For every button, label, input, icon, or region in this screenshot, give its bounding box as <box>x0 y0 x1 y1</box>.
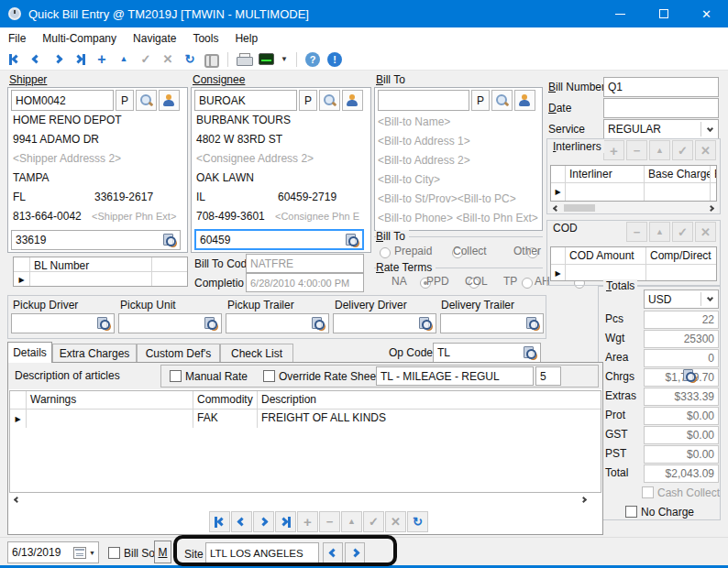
tab-custom-defs[interactable]: Custom Def's <box>137 344 220 363</box>
next-record-button[interactable] <box>48 50 68 69</box>
comp-direct-cell[interactable] <box>646 265 716 281</box>
lookup-icon[interactable] <box>419 317 432 330</box>
interliner-delete-button[interactable]: − <box>626 140 647 160</box>
maximize-button[interactable] <box>642 0 685 27</box>
rate-qty-input[interactable]: 5 <box>535 366 561 386</box>
detail-last-button[interactable] <box>275 511 296 532</box>
cod-amount-column-header[interactable]: COD Amount <box>566 247 646 264</box>
shipper-customer-button[interactable] <box>159 90 180 111</box>
commodity-column-header[interactable]: Commodity <box>193 391 258 409</box>
post-button[interactable]: ▲ <box>114 50 134 69</box>
commodity-cell[interactable]: FAK <box>193 410 258 428</box>
bl-number-column-header[interactable]: BL Number <box>30 257 152 271</box>
base-charges-cell[interactable] <box>645 183 711 201</box>
pickup-driver-input[interactable] <box>11 313 115 333</box>
monitor-dropdown-button[interactable]: ▼ <box>278 50 291 69</box>
bl-number-cell[interactable] <box>30 272 152 287</box>
shipper-search-button[interactable] <box>136 90 157 111</box>
radio-prepaid[interactable] <box>380 247 391 258</box>
bill-number-input[interactable]: Q1 <box>603 77 719 97</box>
currency-combo[interactable]: USD <box>644 289 719 309</box>
interliners-hscrollbar[interactable] <box>550 202 717 213</box>
radio-col[interactable] <box>522 278 533 289</box>
description-column-header[interactable]: Description <box>258 391 601 409</box>
print-button[interactable] <box>234 50 254 69</box>
lookup-icon[interactable] <box>97 317 110 330</box>
chevron-down-icon[interactable] <box>700 292 718 306</box>
interliners-row[interactable]: ▶ <box>551 183 716 201</box>
pickup-trailer-input[interactable] <box>226 313 329 333</box>
tab-check-list[interactable]: Check List <box>220 344 293 363</box>
cod-cancel-button[interactable]: ✕ <box>695 222 716 242</box>
last-record-button[interactable] <box>70 50 90 69</box>
clipped-column-header[interactable]: B <box>711 166 717 182</box>
first-record-button[interactable] <box>4 50 24 69</box>
lookup-icon[interactable] <box>163 234 176 246</box>
close-button[interactable]: ✕ <box>685 0 728 27</box>
shipper-profile-button[interactable]: P <box>116 90 134 111</box>
help-button[interactable]: ? <box>303 50 323 69</box>
service-combo[interactable]: REGULAR <box>603 119 719 139</box>
detail-post-button[interactable]: ▲ <box>341 511 362 532</box>
interliner-cell[interactable] <box>566 183 645 201</box>
dropdown-arrow-icon[interactable]: ▼ <box>89 550 95 556</box>
base-charges-column-header[interactable]: Base Charges <box>645 166 711 182</box>
tab-details[interactable]: Details <box>7 342 52 363</box>
details-row[interactable]: ▶ FAK FREIGHT OF ALL KINDS <box>10 410 601 428</box>
manual-rate-checkbox[interactable] <box>170 370 182 382</box>
site-input[interactable]: LTL LOS ANGELES <box>205 542 319 563</box>
cancel-button[interactable]: ✕ <box>158 50 178 69</box>
bill-to-search-button[interactable] <box>491 90 513 111</box>
site-next-button[interactable] <box>345 542 365 563</box>
no-charge-checkbox[interactable] <box>625 506 637 518</box>
delivery-trailer-input[interactable] <box>440 313 544 333</box>
lookup-icon[interactable] <box>346 234 358 246</box>
warnings-column-header[interactable]: Warnings <box>27 391 193 409</box>
lookup-icon[interactable] <box>526 317 539 330</box>
scroll-thumb[interactable] <box>564 204 595 212</box>
chevron-down-icon[interactable] <box>700 122 718 137</box>
interliner-confirm-button[interactable]: ✓ <box>672 140 693 160</box>
detail-add-button[interactable]: + <box>297 511 318 532</box>
menu-tools[interactable]: Tools <box>184 32 226 45</box>
date-input[interactable] <box>603 98 719 118</box>
bl-grid-row[interactable]: ▶ <box>14 272 187 287</box>
bill-to-code-input[interactable] <box>378 90 469 111</box>
menu-navigate[interactable]: Navigate <box>125 32 184 45</box>
confirm-button[interactable]: ✓ <box>136 50 156 69</box>
interliner-cancel-button[interactable]: ✕ <box>695 140 716 160</box>
scroll-left-icon[interactable] <box>553 204 559 211</box>
prev-record-button[interactable] <box>26 50 46 69</box>
cod-post-button[interactable]: ▲ <box>649 222 670 242</box>
consignee-profile-button[interactable]: P <box>299 90 317 111</box>
shipper-zone-input[interactable]: 33619 <box>11 230 181 250</box>
consignee-zone-input[interactable]: 60459 <box>194 229 364 250</box>
op-code-input[interactable]: TL <box>433 343 541 363</box>
shipper-code-input[interactable]: HOM0042 <box>11 90 114 111</box>
detail-prev-button[interactable] <box>231 511 252 532</box>
consignee-code-input[interactable]: BUROAK <box>194 90 297 111</box>
bill-to-customer-button[interactable] <box>514 90 535 111</box>
lookup-icon[interactable] <box>524 346 536 359</box>
menu-file[interactable]: File <box>0 32 34 45</box>
lookup-icon[interactable] <box>312 317 325 330</box>
bill-to-profile-button[interactable]: P <box>471 90 490 111</box>
consignee-search-button[interactable] <box>319 90 340 111</box>
refresh-button[interactable]: ↻ <box>180 50 200 69</box>
tab-extra-charges[interactable]: Extra Charges <box>52 344 137 363</box>
info-button[interactable]: ! <box>325 50 345 69</box>
detail-confirm-button[interactable]: ✓ <box>363 511 384 532</box>
interliner-add-button[interactable]: + <box>603 140 624 160</box>
minimize-button[interactable] <box>599 0 642 27</box>
site-prev-button[interactable] <box>323 542 343 563</box>
multi-button[interactable]: M <box>154 541 171 563</box>
lookup-icon[interactable] <box>683 369 696 382</box>
add-record-button[interactable]: + <box>92 50 112 69</box>
rate-description-input[interactable]: TL - MILEAGE - REGUL <box>376 366 534 386</box>
description-cell[interactable]: FREIGHT OF ALL KINDS <box>258 410 601 428</box>
cod-confirm-button[interactable]: ✓ <box>672 222 693 242</box>
pickup-unit-input[interactable] <box>118 313 222 333</box>
menu-multi-company[interactable]: Multi-Company <box>34 32 125 45</box>
interliner-column-header[interactable]: Interliner <box>566 166 645 182</box>
detail-first-button[interactable] <box>209 511 230 532</box>
